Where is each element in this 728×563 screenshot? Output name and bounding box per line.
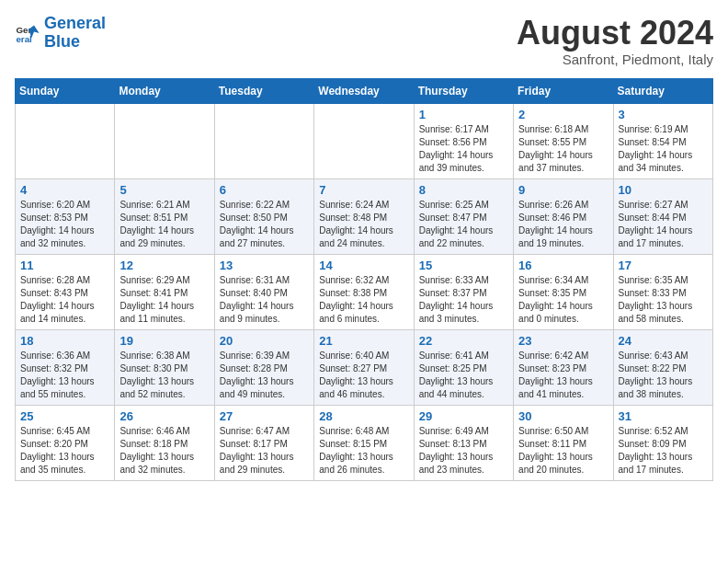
day-info: Sunrise: 6:34 AM Sunset: 8:35 PM Dayligh… [518, 274, 608, 326]
calendar-cell: 18Sunrise: 6:36 AM Sunset: 8:32 PM Dayli… [16, 329, 115, 405]
calendar-cell [214, 103, 313, 178]
day-number: 13 [220, 259, 309, 272]
calendar-cell: 27Sunrise: 6:47 AM Sunset: 8:17 PM Dayli… [214, 405, 313, 480]
day-number: 7 [319, 183, 408, 197]
weekday-header-thursday: Thursday [414, 78, 513, 103]
day-info: Sunrise: 6:41 AM Sunset: 8:25 PM Dayligh… [419, 350, 508, 401]
calendar-cell: 25Sunrise: 6:45 AM Sunset: 8:20 PM Dayli… [16, 405, 115, 480]
day-number: 8 [419, 183, 508, 197]
day-info: Sunrise: 6:17 AM Sunset: 8:56 PM Dayligh… [419, 123, 508, 175]
day-info: Sunrise: 6:21 AM Sunset: 8:51 PM Dayligh… [119, 199, 209, 250]
calendar-cell: 12Sunrise: 6:29 AM Sunset: 8:41 PM Dayli… [115, 254, 214, 329]
day-number: 23 [518, 334, 608, 348]
day-info: Sunrise: 6:33 AM Sunset: 8:37 PM Dayligh… [419, 274, 508, 326]
calendar-cell: 21Sunrise: 6:40 AM Sunset: 8:27 PM Dayli… [314, 329, 414, 405]
weekday-header-sunday: Sunday [16, 78, 115, 103]
weekday-header-row: SundayMondayTuesdayWednesdayThursdayFrid… [16, 78, 713, 103]
page-header: Gen eral General Blue August 2024 Sanfro… [15, 15, 713, 67]
day-number: 21 [319, 334, 408, 348]
day-number: 20 [220, 334, 309, 348]
logo: Gen eral General Blue [15, 15, 106, 52]
day-info: Sunrise: 6:27 AM Sunset: 8:44 PM Dayligh… [619, 199, 708, 250]
calendar-cell: 28Sunrise: 6:48 AM Sunset: 8:15 PM Dayli… [314, 405, 414, 480]
day-info: Sunrise: 6:52 AM Sunset: 8:09 PM Dayligh… [619, 425, 708, 477]
day-info: Sunrise: 6:36 AM Sunset: 8:32 PM Dayligh… [20, 350, 109, 401]
calendar-cell: 7Sunrise: 6:24 AM Sunset: 8:48 PM Daylig… [314, 178, 414, 254]
calendar-cell: 26Sunrise: 6:46 AM Sunset: 8:18 PM Dayli… [115, 405, 214, 480]
calendar-cell [314, 103, 414, 178]
day-info: Sunrise: 6:24 AM Sunset: 8:48 PM Dayligh… [319, 199, 408, 250]
calendar-cell: 24Sunrise: 6:43 AM Sunset: 8:22 PM Dayli… [613, 329, 712, 405]
calendar-cell: 11Sunrise: 6:28 AM Sunset: 8:43 PM Dayli… [16, 254, 115, 329]
calendar-cell [16, 103, 115, 178]
weekday-header-monday: Monday [115, 78, 214, 103]
weekday-header-wednesday: Wednesday [314, 78, 414, 103]
day-number: 15 [419, 259, 508, 272]
day-info: Sunrise: 6:48 AM Sunset: 8:15 PM Dayligh… [319, 425, 408, 477]
day-number: 5 [119, 183, 209, 197]
day-number: 17 [619, 259, 708, 272]
calendar-body: 1Sunrise: 6:17 AM Sunset: 8:56 PM Daylig… [16, 103, 713, 480]
day-info: Sunrise: 6:39 AM Sunset: 8:28 PM Dayligh… [220, 350, 309, 401]
weekday-header-saturday: Saturday [613, 78, 712, 103]
title-block: August 2024 Sanfront, Piedmont, Italy [517, 15, 713, 67]
week-row-1: 1Sunrise: 6:17 AM Sunset: 8:56 PM Daylig… [16, 103, 713, 178]
day-info: Sunrise: 6:25 AM Sunset: 8:47 PM Dayligh… [419, 199, 508, 250]
day-info: Sunrise: 6:22 AM Sunset: 8:50 PM Dayligh… [220, 199, 309, 250]
calendar-cell: 29Sunrise: 6:49 AM Sunset: 8:13 PM Dayli… [414, 405, 513, 480]
day-info: Sunrise: 6:31 AM Sunset: 8:40 PM Dayligh… [220, 274, 309, 326]
calendar-cell: 3Sunrise: 6:19 AM Sunset: 8:54 PM Daylig… [613, 103, 712, 178]
calendar-cell: 4Sunrise: 6:20 AM Sunset: 8:53 PM Daylig… [16, 178, 115, 254]
day-number: 27 [220, 409, 309, 423]
week-row-2: 4Sunrise: 6:20 AM Sunset: 8:53 PM Daylig… [16, 178, 713, 254]
logo-icon: Gen eral [15, 20, 40, 46]
day-info: Sunrise: 6:28 AM Sunset: 8:43 PM Dayligh… [20, 274, 109, 326]
day-number: 22 [419, 334, 508, 348]
day-number: 6 [220, 183, 309, 197]
day-number: 28 [319, 409, 408, 423]
day-number: 12 [119, 259, 209, 272]
calendar-cell: 17Sunrise: 6:35 AM Sunset: 8:33 PM Dayli… [613, 254, 712, 329]
week-row-3: 11Sunrise: 6:28 AM Sunset: 8:43 PM Dayli… [16, 254, 713, 329]
calendar-cell: 31Sunrise: 6:52 AM Sunset: 8:09 PM Dayli… [613, 405, 712, 480]
day-info: Sunrise: 6:19 AM Sunset: 8:54 PM Dayligh… [619, 123, 708, 175]
day-number: 24 [619, 334, 708, 348]
calendar-cell: 2Sunrise: 6:18 AM Sunset: 8:55 PM Daylig… [514, 103, 613, 178]
day-number: 1 [419, 108, 508, 121]
week-row-5: 25Sunrise: 6:45 AM Sunset: 8:20 PM Dayli… [16, 405, 713, 480]
calendar-table: SundayMondayTuesdayWednesdayThursdayFrid… [15, 78, 713, 481]
day-number: 16 [518, 259, 608, 272]
weekday-header-tuesday: Tuesday [214, 78, 313, 103]
calendar-cell: 13Sunrise: 6:31 AM Sunset: 8:40 PM Dayli… [214, 254, 313, 329]
day-number: 29 [419, 409, 508, 423]
day-info: Sunrise: 6:32 AM Sunset: 8:38 PM Dayligh… [319, 274, 408, 326]
svg-text:eral: eral [16, 34, 32, 44]
day-info: Sunrise: 6:38 AM Sunset: 8:30 PM Dayligh… [119, 350, 209, 401]
calendar-cell: 16Sunrise: 6:34 AM Sunset: 8:35 PM Dayli… [514, 254, 613, 329]
day-info: Sunrise: 6:46 AM Sunset: 8:18 PM Dayligh… [119, 425, 209, 477]
day-number: 11 [20, 259, 109, 272]
calendar-cell: 1Sunrise: 6:17 AM Sunset: 8:56 PM Daylig… [414, 103, 513, 178]
calendar-header: SundayMondayTuesdayWednesdayThursdayFrid… [16, 78, 713, 103]
day-number: 30 [518, 409, 608, 423]
day-info: Sunrise: 6:50 AM Sunset: 8:11 PM Dayligh… [518, 425, 608, 477]
calendar-cell: 22Sunrise: 6:41 AM Sunset: 8:25 PM Dayli… [414, 329, 513, 405]
day-number: 26 [119, 409, 209, 423]
day-number: 3 [619, 108, 708, 121]
logo-text: General Blue [44, 15, 106, 52]
day-info: Sunrise: 6:20 AM Sunset: 8:53 PM Dayligh… [20, 199, 109, 250]
day-info: Sunrise: 6:29 AM Sunset: 8:41 PM Dayligh… [119, 274, 209, 326]
day-number: 2 [518, 108, 608, 121]
day-info: Sunrise: 6:40 AM Sunset: 8:27 PM Dayligh… [319, 350, 408, 401]
day-number: 19 [119, 334, 209, 348]
calendar-cell: 15Sunrise: 6:33 AM Sunset: 8:37 PM Dayli… [414, 254, 513, 329]
calendar-cell: 5Sunrise: 6:21 AM Sunset: 8:51 PM Daylig… [115, 178, 214, 254]
weekday-header-friday: Friday [514, 78, 613, 103]
day-number: 4 [20, 183, 109, 197]
calendar-cell [115, 103, 214, 178]
calendar-cell: 14Sunrise: 6:32 AM Sunset: 8:38 PM Dayli… [314, 254, 414, 329]
calendar-cell: 9Sunrise: 6:26 AM Sunset: 8:46 PM Daylig… [514, 178, 613, 254]
calendar-cell: 6Sunrise: 6:22 AM Sunset: 8:50 PM Daylig… [214, 178, 313, 254]
day-info: Sunrise: 6:42 AM Sunset: 8:23 PM Dayligh… [518, 350, 608, 401]
day-info: Sunrise: 6:45 AM Sunset: 8:20 PM Dayligh… [20, 425, 109, 477]
